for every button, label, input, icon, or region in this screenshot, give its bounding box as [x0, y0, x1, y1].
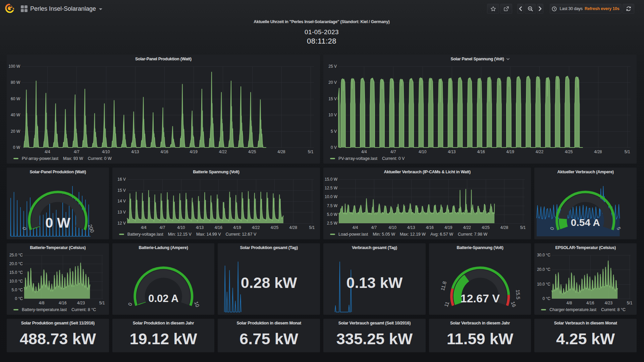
svg-text:4/8: 4/8 — [39, 301, 45, 305]
panel-title-text: EPSOLAR-Temperatur (Celsius) — [555, 245, 615, 250]
legend-series-name[interactable]: Load-power.last — [338, 232, 368, 237]
svg-text:4/22: 4/22 — [252, 225, 260, 230]
svg-text:4/28: 4/28 — [289, 225, 297, 230]
svg-text:4/13: 4/13 — [131, 149, 139, 154]
star-icon — [490, 6, 496, 12]
panel-title-text: Solar-Panel Produktion (Watt) — [135, 57, 192, 61]
legend-stat: Current: 0 V — [382, 156, 405, 161]
clock-date: 01-05-2023 — [7, 28, 637, 36]
panel-title-text: Aktueller Verbrauch (IP-CAMs & Licht in … — [384, 170, 471, 174]
panel-title[interactable]: Solar Verbrauch gesamt (Seit 10/2016) — [323, 321, 426, 325]
graph-load_power[interactable]: 2.5 W5.0 W7.5 W10.0 W12.5 W15.0 W4/44/74… — [323, 168, 531, 239]
clock-panel-title[interactable]: Aktuelle Uhrzeit in "Perles Insel-Solara… — [7, 19, 637, 24]
stat-value: 6.75 kW — [218, 331, 320, 347]
apps-grid-icon[interactable] — [20, 5, 28, 12]
refresh-button[interactable] — [623, 4, 634, 14]
panel-title-text: Solar Verbrauch gesamt (Seit 10/2016) — [338, 321, 411, 325]
panel-s6: 4.25 kWSolar Verbrauch in diesem Monat — [534, 319, 637, 352]
panel-p_gauge_amp: 050.54 AAktueller Verbrauch (Ampere) — [534, 168, 637, 239]
svg-text:20.0 °C: 20.0 °C — [537, 267, 550, 272]
svg-text:7.5 W: 7.5 W — [327, 203, 338, 208]
svg-text:0: 0 — [127, 302, 133, 307]
chevron-right-icon — [539, 6, 542, 11]
svg-text:4/25: 4/25 — [248, 149, 256, 154]
panel-title[interactable]: Solar Produktion gesamt (Seit 11/2016) — [7, 321, 109, 325]
panel-title-text: Verbrauch gesamt (Tag) — [352, 245, 397, 250]
panel-s5: 11.59 kWSolar Verbrauch in diesem Jahr — [429, 319, 531, 352]
svg-text:15 V: 15 V — [328, 97, 337, 101]
svg-text:5/1: 5/1 — [309, 225, 315, 230]
panel-title[interactable]: Solar Verbrauch in diesem Jahr — [429, 321, 531, 325]
panel-title[interactable]: Solar Produktion in diesem Monat — [218, 321, 320, 325]
panel-s2: 19.12 kWSolar Produktion in diesem Jahr — [112, 319, 215, 352]
gauge-value: 0 W — [45, 215, 70, 231]
panel-title[interactable]: Batterie-Spannung (Volt) — [429, 245, 531, 250]
star-button[interactable] — [487, 4, 499, 14]
panel-title[interactable]: Aktueller Verbrauch (IP-CAMs & Licht in … — [323, 170, 531, 174]
panel-title[interactable]: Batterie-Temperatur (Celsius) — [7, 245, 109, 250]
panel-title[interactable]: Batterie Spannung (Volt) — [112, 170, 320, 174]
panel-p_prod_tag: 0.28 kWSolar Produktion gesamt (Tag) — [218, 243, 320, 315]
panel-title[interactable]: Solar Verbrauch in diesem Monat — [534, 321, 637, 325]
svg-text:16: 16 — [510, 301, 517, 308]
legend-stat: Current: 7.98 W — [458, 232, 487, 237]
svg-text:200: 200 — [87, 224, 96, 233]
svg-text:2.5 W: 2.5 W — [327, 221, 338, 226]
graph-batt_temp[interactable]: 0 °C5.0 °C10.0 °C15.0 °C20.0 °C25.0 °C4/… — [7, 243, 109, 315]
legend-stat: Current: 0 W — [88, 156, 112, 161]
dashboard-title[interactable]: Perles Insel-Solaranlage — [30, 0, 102, 17]
panel-p_verb_tag: 0.13 kWVerbrauch gesamt (Tag) — [323, 243, 426, 315]
zoom-out-button[interactable] — [525, 4, 536, 14]
panel-title[interactable]: Solar Produktion gesamt (Tag) — [218, 245, 320, 250]
panel-title[interactable]: Aktueller Verbrauch (Ampere) — [534, 170, 637, 174]
share-button[interactable] — [500, 4, 512, 14]
svg-text:4/10: 4/10 — [102, 149, 110, 154]
graph-pv_volt[interactable]: 0 V5 V10 V15 V20 V25 V4/44/74/104/134/16… — [323, 55, 637, 164]
svg-text:4/13: 4/13 — [448, 149, 456, 154]
panel-title[interactable]: Solar-Panel Produktion (Watt) — [7, 170, 109, 174]
panel-title[interactable]: Solar Produktion in diesem Jahr — [112, 321, 215, 325]
graph-pv_power[interactable]: 0 W20 W40 W60 W80 W100 W4/44/74/104/134/… — [7, 55, 320, 164]
graph-chg_temp[interactable]: 0 °C10.0 °C20.0 °C30.0 °C4/84/164/235/1 — [534, 243, 637, 315]
gauge-value: 12.67 V — [460, 292, 499, 305]
panel-p_volt: 0 V5 V10 V15 V20 V25 V4/44/74/104/134/16… — [323, 55, 637, 164]
legend-stat: Current: 8 °C — [601, 307, 626, 312]
svg-text:0 °C: 0 °C — [15, 296, 23, 301]
graph-batt_volt[interactable]: 12 V13 V14 V15 V16 V4/44/74/104/134/164/… — [112, 168, 320, 239]
legend-series-name[interactable]: PV-array-voltage.last — [338, 156, 377, 161]
svg-text:4/25: 4/25 — [565, 149, 573, 154]
panel-title-text: Solar Panel Spannung (Volt) — [450, 57, 504, 61]
panel-title[interactable]: EPSOLAR-Temperatur (Celsius) — [534, 245, 637, 250]
panel-title[interactable]: Verbrauch gesamt (Tag) — [323, 245, 426, 250]
panel-title-text: Solar Produktion gesamt (Tag) — [240, 245, 298, 250]
svg-text:4/16: 4/16 — [426, 225, 434, 230]
legend-series-name[interactable]: Battery-voltage.last — [127, 232, 163, 237]
svg-text:5/1: 5/1 — [625, 149, 630, 154]
gauge: 02000 W — [7, 168, 109, 239]
panel-title[interactable]: Batterie-Ladung (Ampere) — [112, 245, 215, 250]
panel-p_battv: 12 V13 V14 V15 V16 V4/44/74/104/134/164/… — [112, 168, 320, 239]
time-back-button[interactable] — [517, 4, 524, 14]
legend-stat: Max: 12.19 W — [400, 232, 426, 237]
gauge-value: 0.02 A — [148, 293, 178, 304]
graph-legend: PV-array-voltage.lastCurrent: 0 V — [330, 156, 405, 161]
panel-title[interactable]: Solar Panel Spannung (Volt) — [323, 57, 637, 61]
svg-text:4/25: 4/25 — [482, 225, 490, 230]
time-picker-button[interactable]: Last 30 days Refresh every 10s — [550, 4, 622, 14]
stat-value: 488.73 kW — [7, 331, 109, 347]
legend-series-name[interactable]: PV-array-power.last — [22, 156, 58, 161]
navbar: Perles Insel-Solaranlage Last 30 days Re… — [0, 0, 644, 17]
svg-text:4/28: 4/28 — [277, 149, 285, 154]
time-forward-button[interactable] — [537, 4, 543, 14]
legend-series-color — [330, 234, 335, 235]
panel-title[interactable]: Solar-Panel Produktion (Watt) — [7, 57, 320, 61]
gauge: 111611.815.512.67 V — [429, 243, 531, 315]
legend-series-name[interactable]: Battery-temperature.last — [22, 307, 67, 312]
svg-text:4/13: 4/13 — [196, 225, 204, 230]
legend-stat: Current: 8 °C — [71, 307, 96, 312]
legend-series-name[interactable]: Charger-temperature.last — [549, 307, 596, 312]
svg-text:4/4: 4/4 — [353, 225, 358, 230]
legend-stat: Current: 12.67 V — [226, 232, 257, 237]
panel-p_gauge_battv: 111611.815.512.67 VBatterie-Spannung (Vo… — [429, 243, 531, 315]
grafana-logo[interactable] — [4, 3, 15, 14]
